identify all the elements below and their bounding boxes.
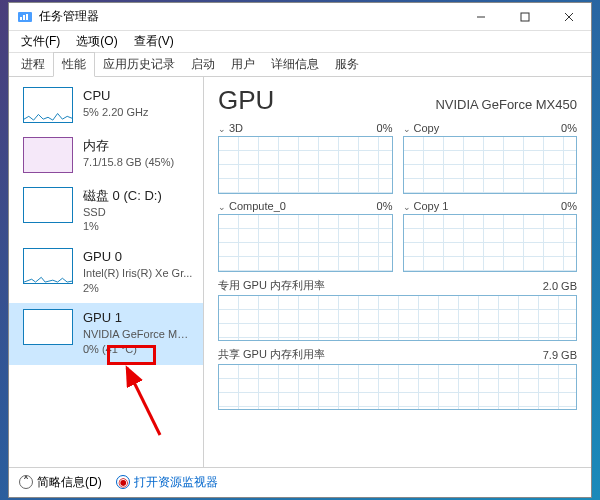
chevron-up-icon: ˄ (19, 475, 33, 489)
cpu-sub: 5% 2.20 GHz (83, 105, 148, 120)
gpu1-text: GPU 1 NVIDIA GeForce MX... 0% (41 °C) (83, 309, 193, 356)
minimize-button[interactable] (459, 3, 503, 31)
memory-sub: 7.1/15.8 GB (45%) (83, 155, 174, 170)
close-button[interactable] (547, 3, 591, 31)
cpu-text: CPU 5% 2.20 GHz (83, 87, 148, 123)
sidebar-item-cpu[interactable]: CPU 5% 2.20 GHz (9, 81, 203, 131)
svg-rect-3 (26, 14, 28, 20)
chart-label: 共享 GPU 内存利用率 (218, 347, 325, 362)
memory-text: 内存 7.1/15.8 GB (45%) (83, 137, 174, 173)
main-header: GPU NVIDIA GeForce MX450 (218, 85, 577, 116)
chart-box[interactable] (403, 136, 578, 194)
menubar: 文件(F) 选项(O) 查看(V) (9, 31, 591, 53)
gpu-name: NVIDIA GeForce MX450 (435, 97, 577, 112)
chart-dedicated-mem: 专用 GPU 内存利用率2.0 GB (218, 278, 577, 341)
app-icon (17, 9, 33, 25)
chart-grid: ⌄3D0% ⌄Copy0% ⌄Compute_00% ⌄Copy 10% 专用 … (218, 122, 577, 410)
chart-value: 0% (377, 200, 393, 212)
gpu0-text: GPU 0 Intel(R) Iris(R) Xe Gr... 2% (83, 248, 192, 295)
gpu1-val: 0% (41 °C) (83, 342, 193, 357)
gpu0-thumbnail (23, 248, 73, 284)
chart-copy1: ⌄Copy 10% (403, 200, 578, 272)
chart-value: 0% (561, 122, 577, 134)
tab-processes[interactable]: 进程 (13, 53, 53, 76)
tabbar: 进程 性能 应用历史记录 启动 用户 详细信息 服务 (9, 53, 591, 77)
sidebar-item-gpu0[interactable]: GPU 0 Intel(R) Iris(R) Xe Gr... 2% (9, 242, 203, 303)
chart-shared-mem: 共享 GPU 内存利用率7.9 GB (218, 347, 577, 410)
chart-value: 2.0 GB (543, 280, 577, 292)
chart-copy: ⌄Copy0% (403, 122, 578, 194)
svg-rect-5 (521, 13, 529, 21)
disk-thumbnail (23, 187, 73, 223)
gpu0-title: GPU 0 (83, 248, 192, 266)
sidebar-item-disk[interactable]: 磁盘 0 (C: D:) SSD 1% (9, 181, 203, 242)
svg-rect-1 (20, 17, 22, 20)
gpu1-thumbnail (23, 309, 73, 345)
disk-title: 磁盘 0 (C: D:) (83, 187, 162, 205)
chart-label[interactable]: Copy (414, 122, 440, 134)
tab-details[interactable]: 详细信息 (263, 53, 327, 76)
bottom-bar: ˄简略信息(D) ◉打开资源监视器 (9, 467, 591, 497)
open-resource-monitor-link[interactable]: ◉打开资源监视器 (116, 474, 218, 491)
monitor-icon: ◉ (116, 475, 130, 489)
main-panel: GPU NVIDIA GeForce MX450 ⌄3D0% ⌄Copy0% ⌄… (204, 77, 591, 467)
chart-label[interactable]: 3D (229, 122, 243, 134)
sidebar: CPU 5% 2.20 GHz 内存 7.1/15.8 GB (45%) 磁盘 … (9, 77, 204, 467)
main-title: GPU (218, 85, 274, 116)
chart-compute0: ⌄Compute_00% (218, 200, 393, 272)
titlebar[interactable]: 任务管理器 (9, 3, 591, 31)
tab-app-history[interactable]: 应用历史记录 (95, 53, 183, 76)
chart-box[interactable] (218, 136, 393, 194)
tab-users[interactable]: 用户 (223, 53, 263, 76)
memory-title: 内存 (83, 137, 174, 155)
chevron-down-icon[interactable]: ⌄ (218, 124, 226, 134)
chevron-down-icon[interactable]: ⌄ (218, 202, 226, 212)
menu-options[interactable]: 选项(O) (70, 31, 123, 52)
cpu-title: CPU (83, 87, 148, 105)
tab-performance[interactable]: 性能 (53, 52, 95, 77)
disk-sub: SSD (83, 205, 162, 220)
chart-value: 0% (377, 122, 393, 134)
gpu0-sub: Intel(R) Iris(R) Xe Gr... (83, 266, 192, 281)
menu-view[interactable]: 查看(V) (128, 31, 180, 52)
brief-info-link[interactable]: ˄简略信息(D) (19, 474, 102, 491)
gpu1-title: GPU 1 (83, 309, 193, 327)
tab-startup[interactable]: 启动 (183, 53, 223, 76)
chart-label: 专用 GPU 内存利用率 (218, 278, 325, 293)
tab-services[interactable]: 服务 (327, 53, 367, 76)
window-title: 任务管理器 (39, 8, 459, 25)
sidebar-item-memory[interactable]: 内存 7.1/15.8 GB (45%) (9, 131, 203, 181)
chart-label[interactable]: Copy 1 (414, 200, 449, 212)
svg-rect-2 (23, 15, 25, 20)
chevron-down-icon[interactable]: ⌄ (403, 124, 411, 134)
window-controls (459, 3, 591, 31)
chart-value: 0% (561, 200, 577, 212)
chart-box[interactable] (403, 214, 578, 272)
content-area: CPU 5% 2.20 GHz 内存 7.1/15.8 GB (45%) 磁盘 … (9, 77, 591, 467)
disk-val: 1% (83, 219, 162, 234)
disk-text: 磁盘 0 (C: D:) SSD 1% (83, 187, 162, 234)
cpu-thumbnail (23, 87, 73, 123)
chart-box[interactable] (218, 364, 577, 410)
memory-thumbnail (23, 137, 73, 173)
chevron-down-icon[interactable]: ⌄ (403, 202, 411, 212)
chart-value: 7.9 GB (543, 349, 577, 361)
chart-box[interactable] (218, 214, 393, 272)
gpu0-val: 2% (83, 281, 192, 296)
chart-3d: ⌄3D0% (218, 122, 393, 194)
menu-file[interactable]: 文件(F) (15, 31, 66, 52)
sidebar-item-gpu1[interactable]: GPU 1 NVIDIA GeForce MX... 0% (41 °C) (9, 303, 203, 364)
task-manager-window: 任务管理器 文件(F) 选项(O) 查看(V) 进程 性能 应用历史记录 启动 … (8, 2, 592, 498)
gpu1-sub: NVIDIA GeForce MX... (83, 327, 193, 342)
chart-box[interactable] (218, 295, 577, 341)
maximize-button[interactable] (503, 3, 547, 31)
chart-label[interactable]: Compute_0 (229, 200, 286, 212)
